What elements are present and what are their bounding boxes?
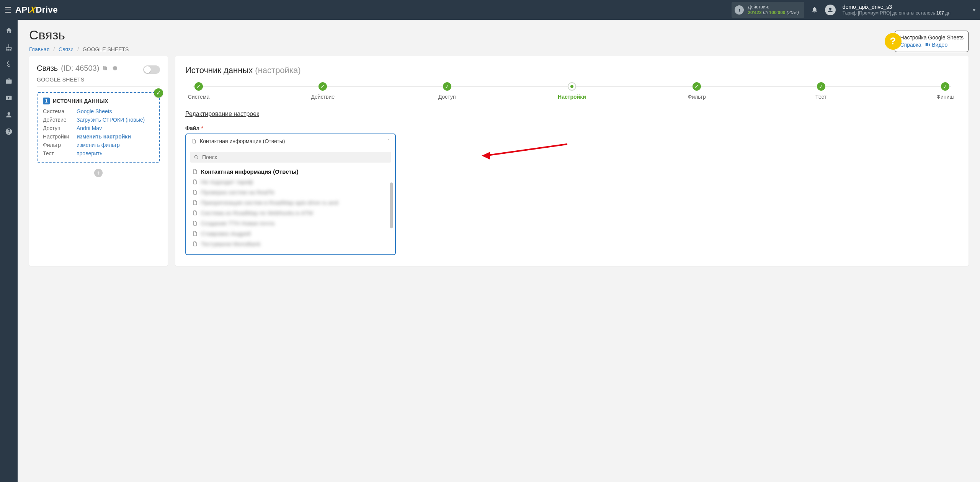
file-selected: Контактная информация (Ответы): [200, 138, 384, 144]
days-left: 107: [936, 10, 944, 16]
avatar-icon[interactable]: [825, 5, 836, 15]
system-name: GOOGLE SHEETS: [37, 77, 160, 87]
home-icon[interactable]: [5, 27, 13, 34]
wizard-steps: ✓Система ✓Действие ✓Доступ Настройки ✓Фи…: [185, 82, 959, 100]
step-test[interactable]: ✓Тест: [808, 82, 835, 100]
help-title: Настройка Google Sheets: [900, 34, 964, 41]
check-icon: ✓: [154, 88, 163, 98]
step-1-badge: 1: [43, 98, 50, 104]
actions-quota[interactable]: i Действия: 20'422 из 100'000 (20%): [732, 2, 804, 18]
k-system: Система: [43, 108, 77, 114]
file-icon: [191, 138, 197, 144]
gear-icon[interactable]: [111, 65, 118, 72]
breadcrumb: Главная / Связи / GOOGLE SHEETS: [29, 46, 969, 52]
v-action[interactable]: Загрузить СТРОКИ (новые): [77, 117, 145, 123]
help-video: Видео: [932, 42, 947, 48]
list-item[interactable]: Приоритизация систем в RoadMap apix-driv…: [190, 197, 391, 208]
k-access: Доступ: [43, 125, 77, 131]
file-label: Файл*: [185, 125, 959, 131]
video-icon[interactable]: Видео: [925, 42, 947, 48]
enabled-toggle[interactable]: [143, 65, 160, 74]
logo[interactable]: APIXDrive: [15, 5, 58, 15]
add-button[interactable]: ＋: [94, 169, 103, 177]
v-filter[interactable]: изменить фильтр: [77, 142, 120, 148]
help-question-icon[interactable]: ?: [886, 34, 900, 49]
list-item[interactable]: Создание ТТН Новая почта: [190, 218, 391, 228]
edit-settings-label: Редактирование настроек: [185, 111, 959, 117]
step-action[interactable]: ✓Действие: [309, 82, 336, 100]
actions-label: Действия:: [748, 4, 799, 10]
connection-card: Связь (ID: 46503) GOOGLE SHEETS ✓ 1 ИСТО: [29, 56, 168, 266]
chevron-down-icon[interactable]: ▾: [973, 7, 975, 13]
bc-current: GOOGLE SHEETS: [83, 46, 129, 52]
list-item[interactable]: Контактная информация (Ответы): [190, 166, 391, 177]
actions-used: 20'422: [748, 10, 761, 15]
step-settings[interactable]: Настройки: [558, 82, 586, 100]
conn-id: (ID: 46503): [61, 64, 99, 73]
conn-label: Связь: [37, 64, 58, 73]
user-name: demo_apix_drive_s3: [843, 3, 951, 10]
v-access[interactable]: Andrii Mav: [77, 125, 102, 131]
settings-card: Источник данных (настройка) ✓Система ✓Де…: [175, 56, 969, 266]
v-test[interactable]: проверить: [77, 150, 103, 156]
actions-pct: (20%): [787, 10, 799, 15]
k-filter: Фильтр: [43, 142, 77, 148]
actions-total: 100'000: [769, 10, 786, 15]
topbar: ☰ APIXDrive i Действия: 20'422 из 100'00…: [0, 0, 980, 20]
bell-icon[interactable]: [811, 6, 818, 14]
sitemap-icon[interactable]: [5, 44, 13, 51]
tariff-text: Тариф |Премиум PRO| до оплаты осталось: [843, 10, 936, 16]
scrollbar[interactable]: [390, 182, 393, 228]
info-icon: i: [735, 5, 744, 15]
search-icon: [194, 154, 199, 160]
list-item[interactable]: Ставровко Андрей: [190, 228, 391, 239]
briefcase-icon[interactable]: [5, 77, 13, 85]
bc-links[interactable]: Связи: [59, 46, 74, 52]
step-system[interactable]: ✓Система: [185, 82, 212, 100]
actions-mid: из: [763, 10, 768, 15]
list-item[interactable]: Система из RoadMap по Webhooks в AТМ: [190, 208, 391, 218]
search-box[interactable]: [190, 152, 391, 163]
svg-point-0: [194, 155, 197, 158]
step-finish[interactable]: ✓Финиш: [932, 82, 959, 100]
list-item[interactable]: Проверка систем на RealTe: [190, 187, 391, 197]
search-input[interactable]: [202, 154, 387, 160]
help-box: ? Настройка Google Sheets Справка Видео: [895, 31, 969, 52]
bc-home[interactable]: Главная: [29, 46, 49, 52]
user-icon[interactable]: [5, 111, 13, 119]
list-item[interactable]: Тестування MonoBank: [190, 239, 391, 249]
file-select[interactable]: Контактная информация (Ответы) ˄ Контакт…: [185, 134, 396, 255]
v-system[interactable]: Google Sheets: [77, 108, 112, 114]
page-title: Связь: [29, 28, 969, 42]
src-title: Источник данных (настройка): [185, 65, 959, 75]
left-nav: [0, 20, 18, 482]
list-item[interactable]: Не подходит тариф: [190, 177, 391, 187]
days-unit: дн: [944, 10, 951, 16]
source-box: ✓ 1 ИСТОЧНИК ДАННЫХ Система Google Sheet…: [37, 92, 160, 163]
k-settings: Настройки: [43, 134, 77, 140]
user-block[interactable]: demo_apix_drive_s3 Тариф |Премиум PRO| д…: [843, 3, 951, 16]
youtube-icon[interactable]: [5, 94, 13, 102]
k-action: Действие: [43, 117, 77, 123]
file-dropdown: Контактная информация (Ответы) Не подход…: [186, 148, 395, 254]
k-test: Тест: [43, 150, 77, 156]
chevron-up-icon: ˄: [387, 138, 390, 144]
dollar-icon[interactable]: [5, 60, 13, 68]
hamburger-icon[interactable]: ☰: [5, 5, 11, 15]
v-settings[interactable]: изменить настройки: [77, 134, 131, 140]
help-icon[interactable]: [5, 128, 13, 135]
help-ref-link[interactable]: Справка: [900, 42, 921, 48]
copy-icon[interactable]: [102, 65, 108, 72]
step-filter[interactable]: ✓Фильтр: [683, 82, 710, 100]
step-access[interactable]: ✓Доступ: [434, 82, 461, 100]
source-box-title: 1 ИСТОЧНИК ДАННЫХ: [43, 98, 154, 104]
